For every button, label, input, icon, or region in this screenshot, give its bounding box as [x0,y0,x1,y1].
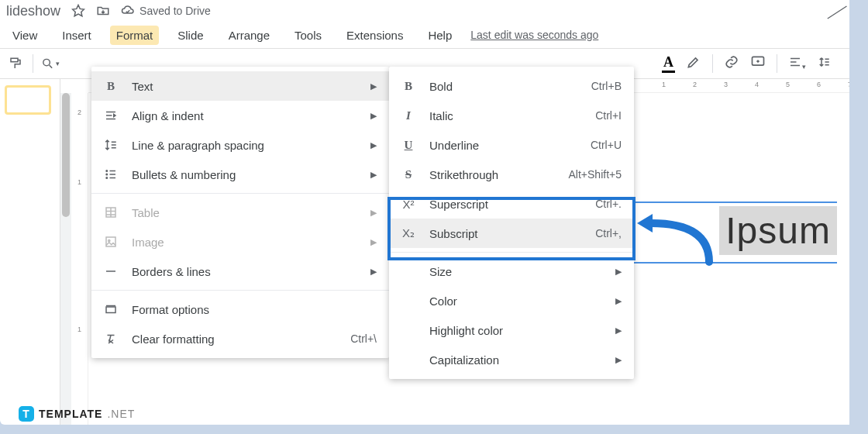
svg-rect-8 [106,237,115,246]
borders-icon [102,264,119,278]
text-subscript-row[interactable]: X₂ Subscript Ctrl+, [389,219,634,248]
strikethrough-icon: S [400,168,417,181]
format-dropdown: B Text ▶ Align & indent ▶ Line & paragra… [91,67,389,358]
toolbar-separator [777,54,777,73]
menu-label: Capitalization [429,353,603,367]
toolbar-separator [712,54,713,73]
chevron-right-icon: ▶ [615,267,622,277]
menu-label: Size [429,265,603,278]
menu-label: Line & paragraph spacing [132,139,358,152]
menu-label: Bold [429,80,579,93]
ruler-tick: 1 [78,178,81,186]
cloud-icon [121,4,135,18]
vertical-ruler: 2 1 1 [74,93,88,425]
menu-shortcut: Alt+Shift+5 [569,168,622,181]
text-capitalization-row[interactable]: Capitalization ▶ [389,345,634,374]
scrollbar-thumb[interactable] [62,93,70,217]
format-align-row[interactable]: Align & indent ▶ [91,101,389,130]
ruler-tick: 1 [662,81,666,88]
menu-arrange[interactable]: Arrange [222,26,276,45]
edit-pen-icon[interactable] [826,5,849,20]
insert-link-icon[interactable] [724,54,739,73]
menu-tools[interactable]: Tools [288,26,328,45]
watermark-brand: TEMPLATE [39,408,102,420]
menu-divider [91,193,389,194]
menu-label: Bullets & numbering [132,168,358,181]
move-folder-icon[interactable] [96,4,110,18]
text-bold-row[interactable]: B Bold Ctrl+B [389,71,634,101]
line-spacing-icon[interactable] [817,55,831,72]
selected-text[interactable]: Ipsum [719,206,837,255]
star-icon[interactable] [71,4,85,18]
italic-icon: I [400,109,417,122]
text-underline-row[interactable]: U Underline Ctrl+U [389,130,634,160]
format-image-row[interactable]: Image ▶ [91,227,389,257]
last-edit-link[interactable]: Last edit was seconds ago [470,29,598,41]
text-strike-row[interactable]: S Strikethrough Alt+Shift+5 [389,160,634,189]
chevron-right-icon: ▶ [370,237,377,247]
ruler-tick: 3 [724,81,728,88]
text-superscript-row[interactable]: X² Superscript Ctrl+. [389,189,634,219]
menu-shortcut: Ctrl+B [591,80,622,92]
ruler-tick: 2 [693,81,697,88]
menu-label: Borders & lines [132,265,358,278]
ruler-tick: 5 [786,81,790,88]
titlebar: lideshow Saved to Drive [0,0,849,22]
watermark: T TEMPLATE.NET [19,406,135,422]
insert-comment-icon[interactable] [750,54,766,73]
menu-shortcut: Ctrl+. [595,198,622,210]
text-size-row[interactable]: Size ▶ [389,257,634,286]
chevron-right-icon: ▶ [370,170,377,180]
chevron-right-icon: ▶ [370,111,377,121]
chevron-right-icon: ▶ [615,355,622,365]
slide-thumb-1[interactable] [6,87,50,113]
bold-icon: B [102,80,119,93]
menu-shortcut: Ctrl+I [595,109,622,122]
format-linespacing-row[interactable]: Line & paragraph spacing ▶ [91,130,389,160]
menu-insert[interactable]: Insert [56,26,98,45]
chevron-right-icon: ▶ [370,208,377,218]
ruler-tick: 2 [78,108,81,116]
svg-marker-0 [73,5,84,16]
menu-label: Text [132,80,358,93]
menu-label: Image [132,236,358,249]
menu-extensions[interactable]: Extensions [340,26,409,45]
vertical-scrollbar[interactable] [60,93,71,425]
menu-label: Color [429,294,603,308]
format-table-row[interactable]: Table ▶ [91,198,389,227]
text-color-row[interactable]: Color ▶ [389,286,634,315]
menu-view[interactable]: View [6,26,43,45]
paint-format-icon[interactable] [6,54,25,73]
ruler-tick: 7 [848,81,849,88]
bold-icon: B [400,80,417,93]
format-bullets-row[interactable]: Bullets & numbering ▶ [91,160,389,189]
ruler-tick: 1 [78,326,81,333]
menu-shortcut: Ctrl+\ [350,332,377,345]
format-borders-row[interactable]: Borders & lines ▶ [91,257,389,286]
format-options-row[interactable]: Format options [91,294,389,324]
text-highlight-row[interactable]: Highlight color ▶ [389,315,634,345]
table-icon [102,205,119,219]
doc-title[interactable]: lideshow [6,3,60,19]
slide-thumbnails [0,79,60,425]
text-color-icon[interactable]: A [662,54,675,73]
chevron-right-icon: ▶ [615,326,622,336]
highlight-color-icon[interactable] [686,54,701,74]
menu-label: Clear formatting [132,332,338,346]
format-clear-row[interactable]: Clear formatting Ctrl+\ [91,324,389,353]
align-icon[interactable]: ▾ [788,55,806,72]
menu-label: Underline [429,139,578,152]
menu-slide[interactable]: Slide [171,26,209,45]
chevron-right-icon: ▶ [370,267,377,277]
menu-label: Strikethrough [429,168,556,181]
svg-point-9 [108,239,110,241]
text-italic-row[interactable]: I Italic Ctrl+I [389,101,634,130]
align-indent-icon [102,108,119,122]
svg-point-5 [106,174,108,175]
menu-format[interactable]: Format [110,26,160,45]
menu-label: Highlight color [429,324,603,337]
format-text-row[interactable]: B Text ▶ [91,71,389,101]
zoom-icon[interactable]: ▾ [41,54,60,73]
watermark-suffix: .NET [107,408,135,420]
menu-help[interactable]: Help [422,26,458,45]
